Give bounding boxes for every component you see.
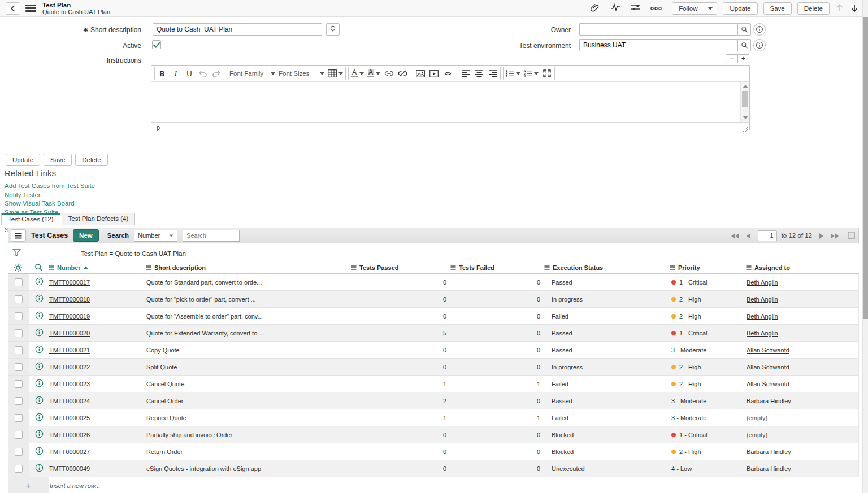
bullet-list-button[interactable] <box>504 67 522 80</box>
record-number-link[interactable]: TMTT0000025 <box>49 415 90 421</box>
link-button[interactable] <box>382 67 396 80</box>
row-preview-button[interactable] <box>33 328 45 338</box>
column-header-number[interactable]: Number <box>49 264 146 271</box>
save-button[interactable]: Save <box>44 154 72 166</box>
row-checkbox[interactable] <box>15 278 23 286</box>
insert-row-plus-button[interactable]: + <box>8 477 49 493</box>
row-checkbox[interactable] <box>15 329 23 337</box>
test-environment-preview-button[interactable] <box>753 39 766 51</box>
column-header-priority[interactable]: Priority <box>670 264 746 271</box>
row-preview-button[interactable] <box>33 447 45 457</box>
increase-font-button[interactable]: + <box>737 54 749 63</box>
column-header-execution-status[interactable]: Execution Status <box>544 264 670 271</box>
row-checkbox[interactable] <box>15 363 23 371</box>
fullscreen-button[interactable] <box>540 67 554 80</box>
assigned-to-link[interactable]: Beth Anglin <box>747 279 778 286</box>
resize-handle-icon[interactable] <box>743 126 748 132</box>
record-number-link[interactable]: TMTT0000024 <box>49 398 90 404</box>
tab-test-plan-defects-4-[interactable]: Test Plan Defects (4) <box>62 213 136 225</box>
last-page-button[interactable] <box>830 232 839 239</box>
search-field-select[interactable]: Number <box>134 230 177 242</box>
test-environment-lookup-button[interactable] <box>737 39 751 51</box>
column-header-short-description[interactable]: Short description <box>146 264 351 271</box>
new-button[interactable]: New <box>73 229 99 242</box>
list-search-toggle-button[interactable] <box>28 263 49 272</box>
font-family-button[interactable]: Font Family <box>228 67 277 80</box>
assigned-to-link[interactable]: Allan Schwantd <box>747 364 789 370</box>
row-checkbox[interactable] <box>15 312 23 320</box>
related-link[interactable]: Show Visual Task Board <box>5 200 95 207</box>
activity-button[interactable] <box>610 3 621 14</box>
form-context-menu-icon[interactable] <box>25 5 36 12</box>
row-checkbox[interactable] <box>15 465 23 473</box>
align-left-button[interactable] <box>459 67 472 80</box>
row-preview-button[interactable] <box>33 362 45 372</box>
editor-scrollbar[interactable] <box>740 82 749 122</box>
short-description-input[interactable] <box>153 23 322 36</box>
unlink-button[interactable] <box>396 67 409 80</box>
row-preview-button[interactable] <box>33 277 45 287</box>
background-color-button[interactable]: A <box>366 67 382 80</box>
column-header-tests-failed[interactable]: Tests Failed <box>450 264 544 271</box>
row-checkbox[interactable] <box>15 295 23 303</box>
italic-button[interactable]: I <box>169 67 183 80</box>
delete-button[interactable]: Delete <box>797 2 830 15</box>
previous-page-button[interactable] <box>744 232 753 239</box>
assigned-to-link[interactable]: Beth Anglin <box>747 313 778 320</box>
related-link[interactable]: Notify Tester <box>5 191 95 198</box>
follow-dropdown-button[interactable] <box>704 2 717 15</box>
update-button[interactable]: Update <box>6 154 40 166</box>
next-record-button[interactable] <box>850 3 859 14</box>
redo-button[interactable] <box>210 67 223 80</box>
record-number-link[interactable]: TMTT0000026 <box>49 431 90 438</box>
minimize-list-button[interactable] <box>847 232 855 239</box>
assigned-to-link[interactable]: Beth Anglin <box>747 330 778 337</box>
record-number-link[interactable]: TMTT0000020 <box>49 330 90 337</box>
back-button[interactable] <box>6 2 20 15</box>
filter-icon[interactable] <box>12 248 21 257</box>
numbered-list-button[interactable] <box>522 67 540 80</box>
list-search-input[interactable] <box>183 230 240 242</box>
owner-preview-button[interactable] <box>753 23 766 36</box>
assigned-to-link[interactable]: Barbara Hindley <box>747 398 791 404</box>
scrollbar-thumb[interactable] <box>863 17 868 319</box>
record-number-link[interactable]: TMTT0000027 <box>49 448 90 455</box>
assigned-to-link[interactable]: Beth Anglin <box>747 296 778 303</box>
row-preview-button[interactable] <box>33 464 45 474</box>
decrease-font-button[interactable]: − <box>726 54 737 63</box>
next-page-button[interactable] <box>817 232 826 239</box>
media-button[interactable] <box>427 67 441 80</box>
test-environment-input[interactable] <box>579 39 737 51</box>
row-checkbox[interactable] <box>15 448 23 456</box>
attachment-button[interactable] <box>589 3 601 14</box>
assigned-to-link[interactable]: Barbara Hindley <box>747 448 791 455</box>
row-preview-button[interactable] <box>33 413 45 423</box>
related-link[interactable]: Add Test Cases from Test Suite <box>5 182 95 189</box>
row-checkbox[interactable] <box>15 397 23 405</box>
editor-content[interactable] <box>151 82 749 122</box>
row-preview-button[interactable] <box>33 379 45 389</box>
undo-button[interactable] <box>196 67 210 80</box>
image-button[interactable] <box>414 67 427 80</box>
underline-button[interactable]: U <box>183 67 196 80</box>
delete-button[interactable]: Delete <box>75 154 107 166</box>
owner-lookup-button[interactable] <box>737 23 751 36</box>
table-button[interactable] <box>326 67 345 80</box>
active-checkbox[interactable] <box>152 40 161 49</box>
filter-breadcrumb[interactable]: Test Plan = Quote to Cash UAT Plan <box>81 250 186 257</box>
page-number-input[interactable] <box>758 230 777 241</box>
record-number-link[interactable]: TMTT0000049 <box>49 465 90 472</box>
font-sizes-button[interactable]: Font Sizes <box>277 67 326 80</box>
row-checkbox[interactable] <box>15 380 23 388</box>
first-page-button[interactable] <box>731 232 740 239</box>
row-preview-button[interactable] <box>33 294 45 304</box>
column-header-tests-passed[interactable]: Tests Passed <box>351 264 450 271</box>
save-button[interactable]: Save <box>763 2 792 15</box>
record-number-link[interactable]: TMTT0000022 <box>49 364 90 370</box>
row-preview-button[interactable] <box>33 345 45 355</box>
record-number-link[interactable]: TMTT0000019 <box>49 313 90 320</box>
insert-row-text[interactable]: Insert a new row... <box>49 482 859 489</box>
record-number-link[interactable]: TMTT0000023 <box>49 381 90 387</box>
list-context-menu-button[interactable] <box>11 229 26 242</box>
assigned-to-link[interactable]: Allan Schwantd <box>747 347 789 354</box>
